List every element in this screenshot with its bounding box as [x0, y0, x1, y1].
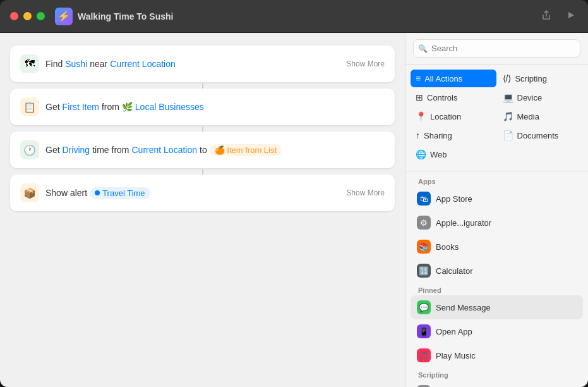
- open-app-icon: 📱: [417, 324, 431, 338]
- web-icon: 🌐: [416, 149, 426, 159]
- books-icon: 📚: [417, 240, 431, 254]
- action-books[interactable]: 📚 Books: [411, 235, 583, 259]
- scripting-icon: ⟨/⟩: [503, 73, 512, 83]
- item-from-list-token[interactable]: 🍊 Item from List: [210, 144, 282, 156]
- apps-section-label: Apps: [411, 174, 583, 187]
- action-comment[interactable]: ≡ Comment: [411, 380, 583, 387]
- category-controls[interactable]: ⊞ Controls: [411, 89, 496, 106]
- location-label: Location: [430, 112, 461, 121]
- show-alert-step[interactable]: 📦 Show alert Travel Time Show More: [10, 175, 395, 211]
- to-label: to: [200, 145, 207, 155]
- current-location-token[interactable]: Current Location: [132, 145, 198, 155]
- action-send-message[interactable]: 💬 Send Message: [411, 295, 583, 319]
- apple-igurator-label: Apple...igurator: [436, 218, 491, 228]
- close-button[interactable]: [10, 12, 18, 20]
- category-location[interactable]: 📍 Location: [411, 108, 496, 125]
- traffic-lights: [10, 12, 45, 20]
- get-driving-step-content: Get Driving time from Current Location t…: [45, 144, 385, 156]
- category-sharing[interactable]: ↑ Sharing: [411, 126, 496, 144]
- find-step[interactable]: 🗺 Find Sushi near Current Location Show …: [10, 46, 395, 82]
- find-step-content: Find Sushi near Current Location: [45, 59, 346, 69]
- action-open-app[interactable]: 📱 Open App: [411, 319, 583, 343]
- all-actions-icon: ≡: [416, 73, 421, 83]
- show-alert-label: Show alert: [45, 188, 87, 198]
- category-web[interactable]: 🌐 Web: [411, 145, 496, 163]
- web-label: Web: [430, 150, 447, 159]
- sharing-icon: ↑: [416, 130, 420, 140]
- action-play-music[interactable]: 🎵 Play Music: [411, 343, 583, 367]
- category-documents[interactable]: 📄 Documents: [498, 126, 584, 144]
- action-app-store[interactable]: 🛍 App Store: [411, 187, 583, 211]
- play-music-icon: 🎵: [417, 348, 431, 362]
- search-bar: [405, 33, 588, 64]
- all-actions-label: All Actions: [424, 74, 462, 83]
- category-scripting[interactable]: ⟨/⟩ Scripting: [498, 70, 584, 87]
- local-businesses-token[interactable]: 🌿 Local Businesses: [122, 102, 204, 112]
- show-alert-show-more[interactable]: Show More: [346, 188, 385, 197]
- travel-time-token[interactable]: Travel Time: [90, 187, 150, 199]
- search-input[interactable]: [413, 39, 580, 58]
- driving-token[interactable]: Driving: [63, 145, 90, 155]
- play-button[interactable]: [564, 8, 578, 25]
- time-from-label: time from: [92, 145, 129, 155]
- get-driving-step[interactable]: 🕐 Get Driving time from Current Location…: [10, 132, 395, 168]
- calculator-icon: 🔢: [417, 264, 431, 278]
- get-first-step[interactable]: 📋 Get First Item from 🌿 Local Businesses: [10, 89, 395, 125]
- titlebar-actions: [539, 8, 578, 25]
- main-content: 🗺 Find Sushi near Current Location Show …: [0, 33, 588, 387]
- action-list: Apps 🛍 App Store ⚙ Apple...igurator 📚 Bo…: [405, 174, 588, 387]
- connector-3: [10, 169, 395, 175]
- documents-icon: 📄: [503, 130, 513, 140]
- connector-2: [10, 126, 395, 132]
- minimize-button[interactable]: [23, 12, 32, 20]
- pinned-section-label: Pinned: [411, 283, 583, 295]
- app-store-icon: 🛍: [417, 192, 431, 206]
- share-button[interactable]: [539, 8, 554, 25]
- category-all-actions[interactable]: ≡ All Actions: [411, 70, 496, 87]
- category-device[interactable]: 💻 Device: [498, 89, 584, 106]
- app-window: ⚡ Walking Time To Sushi 🗺 Find: [0, 0, 588, 387]
- find-show-more[interactable]: Show More: [346, 59, 385, 68]
- app-title-group: ⚡ Walking Time To Sushi: [55, 8, 539, 25]
- device-icon: 💻: [503, 92, 513, 102]
- find-query-token[interactable]: Sushi: [65, 59, 87, 69]
- workflow-panel: 🗺 Find Sushi near Current Location Show …: [0, 33, 405, 387]
- from-label: from: [102, 102, 119, 112]
- media-icon: 🎵: [503, 111, 513, 121]
- controls-icon: ⊞: [416, 92, 423, 102]
- show-alert-step-content: Show alert Travel Time: [45, 187, 346, 199]
- search-icon-wrap: [413, 39, 580, 58]
- send-message-icon: 💬: [417, 300, 431, 314]
- divider-1: [405, 171, 588, 171]
- get2-label: Get: [45, 145, 60, 155]
- get-driving-step-icon: 🕐: [20, 140, 39, 159]
- maximize-button[interactable]: [37, 12, 45, 20]
- books-label: Books: [436, 242, 459, 252]
- find-location-token[interactable]: Current Location: [110, 59, 176, 69]
- titlebar: ⚡ Walking Time To Sushi: [0, 0, 588, 33]
- find-label: Find: [45, 59, 63, 69]
- app-store-label: App Store: [436, 194, 472, 204]
- play-music-label: Play Music: [436, 351, 476, 360]
- scripting-label: Scripting: [515, 74, 547, 83]
- find-near-label: near: [90, 59, 107, 69]
- actions-panel: ≡ All Actions ⟨/⟩ Scripting ⊞ Controls 💻…: [405, 33, 588, 387]
- get-first-step-icon: 📋: [20, 97, 39, 116]
- action-apple-igurator[interactable]: ⚙ Apple...igurator: [411, 211, 583, 235]
- category-grid: ≡ All Actions ⟨/⟩ Scripting ⊞ Controls 💻…: [405, 64, 588, 168]
- first-item-token[interactable]: First Item: [63, 102, 99, 112]
- connector-1: [10, 83, 395, 89]
- get-first-step-content: Get First Item from 🌿 Local Businesses: [45, 102, 385, 112]
- open-app-label: Open App: [436, 327, 472, 336]
- get-label: Get: [45, 102, 60, 112]
- action-calculator[interactable]: 🔢 Calculator: [411, 259, 583, 283]
- app-icon: ⚡: [55, 8, 73, 25]
- location-icon: 📍: [416, 111, 426, 121]
- device-label: Device: [517, 93, 543, 102]
- apple-igurator-icon: ⚙: [417, 216, 431, 230]
- category-media[interactable]: 🎵 Media: [498, 108, 584, 125]
- calculator-label: Calculator: [436, 266, 473, 276]
- show-alert-step-icon: 📦: [20, 183, 39, 202]
- send-message-label: Send Message: [436, 303, 491, 312]
- find-step-icon: 🗺: [20, 54, 39, 73]
